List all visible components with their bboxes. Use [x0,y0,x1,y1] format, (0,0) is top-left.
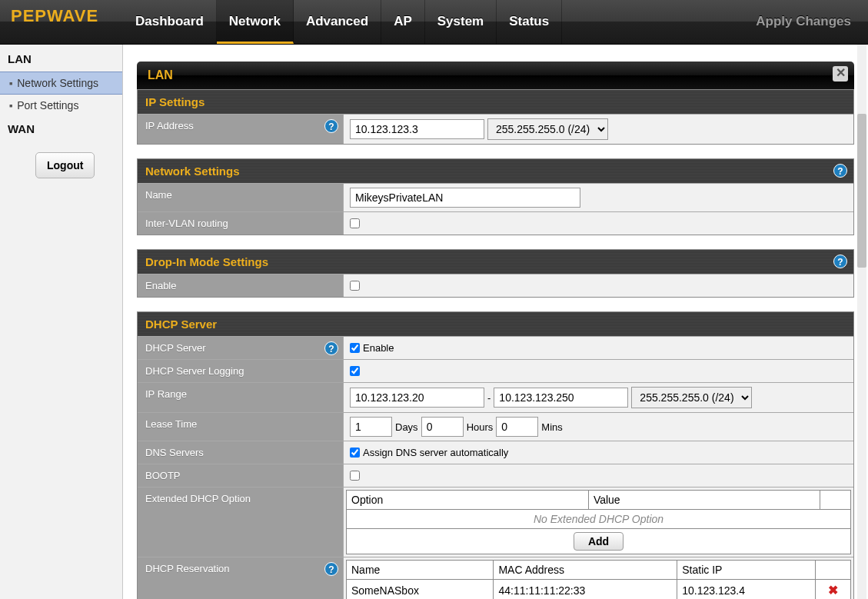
section-dhcp: DHCP Server [138,312,853,336]
lease-days-input[interactable] [350,417,392,437]
label-ip-address: IP Address [145,120,194,131]
dhcp-logging-checkbox[interactable] [350,366,360,376]
label-ip-range: IP Range [145,388,187,400]
apply-changes-button[interactable]: Apply Changes [756,0,868,44]
res-col-name: Name [347,561,494,580]
sidebar-heading-lan: LAN [0,46,122,72]
range-separator: - [487,392,491,404]
label-dhcp-server: DHCP Server [145,342,206,354]
logout-button[interactable]: Logout [35,152,95,178]
range-mask-select[interactable]: 255.255.255.0 (/24) [631,387,752,408]
label-bootp: BOOTP [145,470,181,481]
dropin-enable-checkbox[interactable] [350,281,360,291]
label-dhcp-reservation: DHCP Reservation [145,563,230,574]
lease-hours-unit: Hours [467,421,494,433]
tab-ap[interactable]: AP [381,0,425,44]
sidebar-item-port-settings[interactable]: Port Settings [0,95,122,116]
label-dhcp-logging: DHCP Server Logging [145,365,244,377]
label-name: Name [145,189,172,201]
label-ext-dhcp: Extended DHCP Option [145,493,251,504]
sidebar-heading-wan: WAN [0,116,122,141]
tab-status[interactable]: Status [497,0,562,44]
ext-empty-row: No Extended DHCP Option [347,510,851,529]
tab-system[interactable]: System [425,0,497,44]
reservation-row: SomeNASbox 44:11:11:11:22:33 10.123.123.… [347,580,851,600]
lease-mins-input[interactable] [496,417,538,437]
intervlan-checkbox[interactable] [350,218,360,228]
subnet-mask-select[interactable]: 255.255.255.0 (/24) [487,118,608,140]
ip-range-to-input[interactable] [494,388,628,408]
tab-network[interactable]: Network [217,0,294,44]
brand-logo: PEPWAVE [0,0,123,44]
ext-add-button[interactable]: Add [574,532,624,551]
res-name-cell: SomeNASbox [347,580,494,600]
tab-dashboard[interactable]: Dashboard [123,0,217,44]
bootp-checkbox[interactable] [350,471,360,481]
lease-hours-input[interactable] [421,417,464,437]
help-icon[interactable]: ? [324,341,338,355]
section-network-settings: Network Settings [145,165,240,178]
dhcp-server-cklabel: Enable [363,342,394,354]
res-mac-cell: 44:11:11:11:22:33 [494,580,677,600]
page-title: LAN [148,68,173,82]
ext-col-value: Value [588,491,820,510]
dns-auto-checkbox[interactable] [350,448,360,458]
lease-days-unit: Days [395,421,418,433]
ext-col-option: Option [347,491,589,510]
help-icon[interactable]: ? [324,562,338,576]
help-icon[interactable]: ? [833,255,847,268]
res-ip-cell: 10.123.123.4 [677,580,816,600]
section-ip-settings: IP Settings [138,90,853,114]
close-icon[interactable]: ✕ [833,66,848,82]
help-icon[interactable]: ? [324,119,338,133]
label-dropin-enable: Enable [145,280,176,291]
ip-address-input[interactable] [350,119,484,139]
res-col-ip: Static IP [677,561,816,580]
label-dns-servers: DNS Servers [145,447,204,458]
lan-name-input[interactable] [350,188,580,208]
scrollbar-thumb[interactable] [857,114,866,268]
section-dropin: Drop-In Mode Settings [145,255,268,268]
ip-range-from-input[interactable] [350,388,484,408]
delete-icon[interactable]: ✖ [820,583,846,597]
lease-mins-unit: Mins [541,421,562,433]
help-icon[interactable]: ? [833,164,847,178]
sidebar-item-network-settings[interactable]: Network Settings [0,72,122,95]
tab-advanced[interactable]: Advanced [294,0,381,44]
label-lease-time: Lease Time [145,418,197,430]
res-col-mac: MAC Address [494,561,677,580]
label-intervlan: Inter-VLAN routing [145,218,228,229]
dhcp-server-checkbox[interactable] [350,343,360,353]
dns-auto-label: Assign DNS server automatically [363,447,508,458]
